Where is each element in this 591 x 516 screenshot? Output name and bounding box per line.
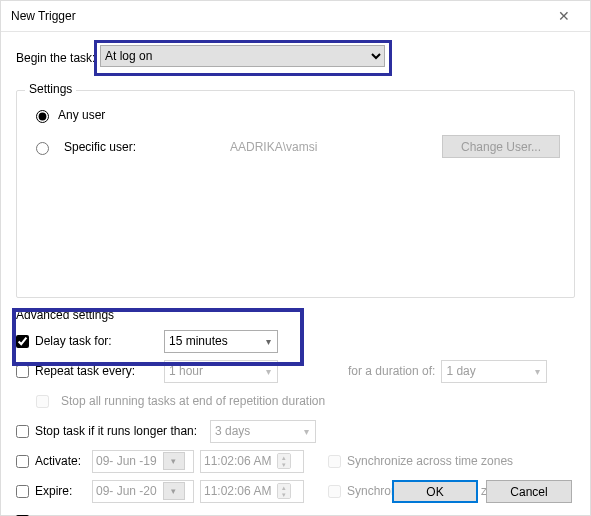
close-icon: ✕ [558, 9, 570, 23]
activate-checkbox[interactable] [16, 455, 29, 468]
chevron-down-icon: ▾ [260, 366, 277, 377]
specific-user-radio[interactable] [36, 142, 49, 155]
delay-task-select[interactable]: 15 minutes ▾ [164, 330, 278, 353]
dialog-buttons: OK Cancel [392, 480, 572, 503]
ok-button[interactable]: OK [392, 480, 478, 503]
expire-date-picker: 09- Jun -20 ▾ [92, 480, 194, 503]
stop-longer-select: 3 days ▾ [210, 420, 316, 443]
calendar-icon: ▾ [163, 482, 185, 500]
stop-longer-checkbox[interactable] [16, 425, 29, 438]
new-trigger-dialog: New Trigger ✕ Begin the task: At log on … [0, 0, 591, 516]
repeat-task-label: Repeat task every: [35, 364, 135, 378]
any-user-radio[interactable] [36, 110, 49, 123]
begin-task-highlight: At log on [94, 40, 392, 76]
repeat-task-select: 1 hour ▾ [164, 360, 278, 383]
repeat-task-checkbox[interactable] [16, 365, 29, 378]
cancel-button[interactable]: Cancel [486, 480, 572, 503]
settings-group: Settings Any user Specific user: AADRIKA… [16, 90, 575, 298]
calendar-icon: ▾ [163, 452, 185, 470]
activate-date-picker: 09- Jun -19 ▾ [92, 450, 194, 473]
specific-user-value: AADRIKA\vamsi [230, 140, 430, 154]
settings-legend: Settings [25, 82, 76, 96]
stop-repetition-label: Stop all running tasks at end of repetit… [61, 394, 325, 408]
activate-sync-tz-label: Synchronize across time zones [347, 454, 513, 468]
repeat-duration-label: for a duration of: [348, 364, 435, 378]
begin-task-select[interactable]: At log on [100, 45, 385, 67]
titlebar: New Trigger ✕ [1, 1, 590, 32]
change-user-button: Change User... [442, 135, 560, 158]
dialog-title: New Trigger [11, 9, 76, 23]
expire-sync-tz-checkbox [328, 485, 341, 498]
spinner-icon: ▴▾ [277, 483, 291, 499]
chevron-down-icon: ▾ [298, 426, 315, 437]
any-user-label: Any user [58, 108, 105, 122]
chevron-down-icon: ▾ [529, 366, 546, 377]
activate-time-picker: 11:02:06 AM ▴▾ [200, 450, 304, 473]
delay-task-checkbox[interactable] [16, 335, 29, 348]
advanced-settings-legend: Advanced settings [16, 308, 575, 322]
begin-task-label: Begin the task: [16, 51, 95, 65]
repeat-duration-select: 1 day ▾ [441, 360, 547, 383]
delay-task-label: Delay task for: [35, 334, 112, 348]
expire-checkbox[interactable] [16, 485, 29, 498]
activate-label: Activate: [35, 454, 81, 468]
specific-user-label: Specific user: [64, 140, 224, 154]
spinner-icon: ▴▾ [277, 453, 291, 469]
stop-longer-label: Stop task if it runs longer than: [35, 424, 197, 438]
close-button[interactable]: ✕ [544, 2, 584, 30]
chevron-down-icon: ▾ [260, 336, 277, 347]
expire-time-picker: 11:02:06 AM ▴▾ [200, 480, 304, 503]
expire-label: Expire: [35, 484, 72, 498]
activate-sync-tz-checkbox [328, 455, 341, 468]
stop-repetition-checkbox [36, 395, 49, 408]
